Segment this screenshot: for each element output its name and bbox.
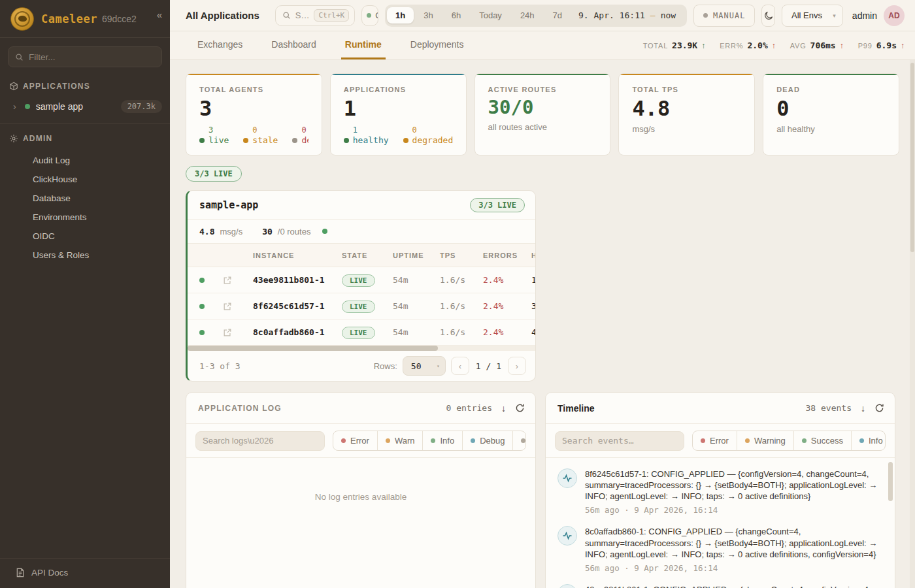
external-link-icon[interactable] — [223, 276, 253, 285]
stat-cards-row: TOTAL AGENTS 3 3live 0stale 0dead APPLIC — [186, 73, 899, 155]
sidebar-item-clickhouse[interactable]: ClickHouse — [0, 170, 170, 189]
app-stats-row: 4.8 msg/s 30 /0 routes — [188, 220, 535, 244]
filter-chip-warn[interactable]: Warn — [377, 431, 423, 450]
search-placeholder-text: S… — [295, 10, 310, 20]
filter-chip-error[interactable]: Error — [333, 431, 377, 450]
app-live-badge: 3/3 LIVE — [470, 198, 525, 212]
sidebar-item-environments[interactable]: Environments — [0, 208, 170, 227]
timeline-scrollbar[interactable] — [888, 462, 893, 588]
sidebar-collapse-icon[interactable]: « — [157, 9, 162, 20]
instance-status-dot — [199, 330, 205, 335]
event-search-input[interactable] — [562, 436, 677, 446]
tab-deployments[interactable]: Deployments — [407, 31, 468, 59]
connection-status-chip[interactable]: O — [361, 5, 378, 26]
horizontal-scrollbar[interactable] — [188, 346, 535, 351]
scrollbar-thumb[interactable] — [888, 462, 893, 501]
filter-chip-info[interactable]: Info — [851, 431, 886, 450]
tab-dashboard[interactable]: Dashboard — [267, 31, 320, 59]
dark-mode-toggle[interactable] — [761, 5, 775, 27]
table-pagination: 1-3 of 3 Rows: 50 ▾ ‹ 1 / 1 › — [188, 351, 535, 381]
sidebar-item-oidc[interactable]: OIDC — [0, 227, 170, 246]
list-item[interactable]: 8c0affadb860-1: CONFIG_APPLIED — {change… — [557, 526, 883, 572]
range-6h[interactable]: 6h — [443, 7, 469, 24]
page-scrollbar[interactable] — [910, 60, 915, 588]
stat-value: 1 — [344, 97, 453, 120]
entries-count: 0 entries — [446, 403, 492, 413]
sidebar-item-sample-app[interactable]: › sample app 207.3k — [13, 100, 162, 113]
global-search[interactable]: S… Ctrl+K — [275, 5, 355, 26]
range-24h[interactable]: 24h — [512, 7, 543, 24]
refresh-icon[interactable] — [515, 403, 525, 413]
tab-runtime[interactable]: Runtime — [341, 31, 386, 59]
trend-up-icon: ↑ — [701, 41, 705, 50]
sidebar-item-users-roles[interactable]: Users & Roles — [0, 246, 170, 265]
manual-refresh-button[interactable]: MANUAL — [693, 5, 755, 27]
sidebar-item-database[interactable]: Database — [0, 189, 170, 208]
stat-subtitle: msg/s — [632, 124, 741, 134]
stat-subtitle: all routes active — [488, 122, 597, 132]
range-today[interactable]: Today — [471, 7, 510, 24]
moon-icon — [763, 10, 774, 21]
sidebar-item-audit-log[interactable]: Audit Log — [0, 151, 170, 170]
sidebar-item-api-docs[interactable]: API Docs — [0, 558, 170, 588]
table-row[interactable]: 8c0affadb860-1 LIVE 54m 1.6/s 2.4% 4 — [188, 319, 535, 346]
download-icon[interactable]: ↓ — [501, 403, 506, 414]
stat-card-applications: APPLICATIONS 1 1healthy 0degraded 0criti — [330, 73, 467, 155]
event-search[interactable] — [555, 431, 684, 451]
list-item[interactable]: 43ee9811b801-1: CONFIG_APPLIED — {change… — [557, 584, 883, 588]
status-dot — [243, 138, 248, 143]
activity-pulse-icon — [557, 526, 577, 546]
range-dash: — — [650, 10, 656, 20]
level-dot — [341, 438, 346, 443]
filter-chip-success[interactable]: Success — [793, 431, 851, 450]
range-7d[interactable]: 7d — [544, 7, 571, 24]
refresh-icon[interactable] — [874, 403, 884, 413]
range-3h[interactable]: 3h — [415, 7, 441, 24]
table-row[interactable]: 43ee9811b801-1 LIVE 54m 1.6/s 2.4% 1 — [188, 267, 535, 293]
custom-date-range[interactable]: 9. Apr. 16:11 — now — [572, 10, 685, 20]
table-row[interactable]: 8f6245c61d57-1 LIVE 54m 1.6/s 2.4% 3 — [188, 293, 535, 319]
stat-value: 30/0 — [488, 97, 597, 118]
instances-table-header: INSTANCE STATE UPTIME TPS ERRORS H — [188, 244, 535, 267]
manual-status-dot — [703, 13, 708, 18]
tab-exchanges[interactable]: Exchanges — [193, 31, 246, 59]
filter-chip-trace[interactable]: Trace — [512, 431, 526, 450]
download-icon[interactable]: ↓ — [861, 403, 865, 414]
application-log-panel: APPLICATION LOG 0 entries ↓ Error Warn I… — [186, 392, 536, 588]
filter-chip-warning[interactable]: Warning — [737, 431, 793, 450]
external-link-icon[interactable] — [223, 302, 253, 311]
filter-chip-error[interactable]: Error — [693, 431, 737, 450]
level-dot — [386, 438, 390, 443]
trend-up-icon: ↑ — [772, 41, 776, 50]
prev-page-button[interactable]: ‹ — [451, 357, 469, 375]
build-version: 69dcce2 — [102, 14, 137, 24]
stat-value: 3 — [199, 97, 308, 120]
rows-per-page-select[interactable]: 50 ▾ — [403, 356, 446, 376]
filter-chip-info[interactable]: Info — [422, 431, 462, 450]
sidebar-filter[interactable] — [8, 46, 162, 67]
event-list: 8f6245c61d57-1: CONFIG_APPLIED — {config… — [546, 458, 895, 588]
environment-select[interactable]: All Envs ▾ — [782, 5, 843, 27]
kpi-total: TOTAL 23.9K ↑ — [643, 41, 706, 50]
substat-dead: 0dead — [292, 125, 308, 146]
card-accent — [618, 73, 755, 75]
status-dot — [403, 138, 408, 143]
trend-up-icon: ↑ — [840, 41, 844, 50]
next-page-button[interactable]: › — [508, 357, 526, 375]
substat-healthy: 1healthy — [344, 125, 389, 146]
filter-chip-debug[interactable]: Debug — [462, 431, 512, 450]
range-1h[interactable]: 1h — [387, 7, 414, 24]
avatar[interactable]: AD — [884, 5, 905, 26]
scrollbar-thumb[interactable] — [910, 63, 914, 252]
external-link-icon[interactable] — [223, 328, 253, 337]
type-dot — [701, 438, 705, 443]
application-name[interactable]: sample-app — [199, 199, 258, 211]
log-search[interactable] — [195, 431, 325, 451]
chevron-right-icon[interactable]: › — [13, 101, 16, 112]
event-text: 8c0affadb860-1: CONFIG_APPLIED — {change… — [585, 526, 878, 559]
log-search-input[interactable] — [203, 436, 318, 446]
scrollbar-thumb[interactable] — [188, 346, 438, 351]
sidebar-filter-input[interactable] — [29, 52, 155, 62]
list-item[interactable]: 8f6245c61d57-1: CONFIG_APPLIED — {config… — [557, 468, 883, 515]
log-level-filters: Error Warn Info Debug Trace — [333, 431, 526, 451]
